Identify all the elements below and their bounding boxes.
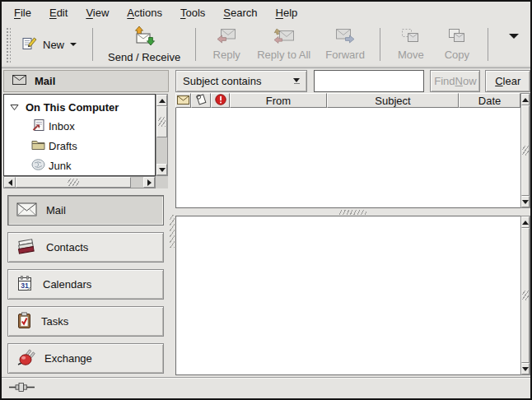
folder-tree: On This Computer Inbox xyxy=(3,94,156,176)
main-area: Mail On This Computer xyxy=(2,68,530,377)
scrollbar-thumb[interactable] xyxy=(16,177,131,188)
arrow-down-icon xyxy=(522,367,529,371)
search-input[interactable] xyxy=(314,70,424,92)
scrollbar-corner xyxy=(156,176,168,188)
switcher-mail-button[interactable]: Mail xyxy=(7,195,164,226)
toolbar-grip-handle[interactable] xyxy=(5,26,11,63)
preview-scrollbar[interactable] xyxy=(520,216,530,375)
reply-to-all-label: Reply to All xyxy=(257,49,310,61)
tree-item-inbox[interactable]: Inbox xyxy=(4,116,155,136)
folder-tree-horizontal-scrollbar[interactable] xyxy=(3,176,156,188)
scrollbar-thumb[interactable] xyxy=(521,105,530,196)
mail-view: Subject contains Find Now Clear xyxy=(175,68,530,377)
tree-item-label: Inbox xyxy=(49,120,75,133)
forward-label: Forward xyxy=(325,49,365,61)
scroll-up-button[interactable] xyxy=(521,216,530,228)
reply-button[interactable]: Reply xyxy=(203,26,250,63)
tree-root-on-this-computer[interactable]: On This Computer xyxy=(4,98,155,116)
switcher-calendars-button[interactable]: 31 Calendars xyxy=(7,269,164,300)
online-status-icon[interactable] xyxy=(9,382,35,395)
column-subject[interactable]: Subject xyxy=(327,93,459,108)
column-message-status[interactable] xyxy=(175,93,191,108)
column-priority[interactable] xyxy=(211,93,230,108)
new-button[interactable]: New xyxy=(14,30,85,59)
switcher-tasks-button[interactable]: Tasks xyxy=(7,306,164,337)
scrollbar-trough[interactable] xyxy=(156,106,167,164)
menu-bar: File Edit View Actions Tools Search Help xyxy=(2,2,530,23)
horizontal-pane-splitter[interactable] xyxy=(175,208,530,216)
contacts-icon xyxy=(16,238,37,257)
menu-file[interactable]: File xyxy=(5,3,40,22)
arrow-up-icon xyxy=(522,98,529,102)
move-label: Move xyxy=(398,49,424,61)
message-list-scrollbar[interactable] xyxy=(520,93,530,208)
arrow-right-icon xyxy=(147,179,152,186)
chevron-down-icon xyxy=(509,34,519,51)
menu-search[interactable]: Search xyxy=(214,3,266,22)
switcher-exchange-button[interactable]: Exchange xyxy=(7,343,164,374)
search-scope-dropdown[interactable]: Subject contains xyxy=(175,70,307,92)
scroll-down-button[interactable] xyxy=(156,164,167,175)
scrollbar-trough[interactable] xyxy=(521,228,530,363)
forward-button[interactable]: Forward xyxy=(318,26,372,63)
mail-outline-icon xyxy=(12,75,26,87)
copy-button[interactable]: Copy xyxy=(434,26,480,63)
scroll-up-button[interactable] xyxy=(521,94,530,105)
reply-all-icon xyxy=(273,28,295,46)
switcher-label: Calendars xyxy=(43,278,91,291)
menu-view[interactable]: View xyxy=(77,3,118,22)
scrollbar-trough[interactable] xyxy=(16,177,143,188)
thumb-grip-icon xyxy=(158,117,166,127)
message-preview-body[interactable] xyxy=(175,216,520,375)
thumb-grip-icon xyxy=(522,291,529,300)
splitter-grip-icon xyxy=(338,210,366,215)
toolbar-overflow-button[interactable] xyxy=(504,34,524,56)
scroll-down-button[interactable] xyxy=(521,196,530,207)
message-list-pane: From Subject Date xyxy=(175,93,530,208)
column-date[interactable]: Date xyxy=(459,93,520,108)
scroll-down-button[interactable] xyxy=(521,363,530,374)
send-receive-icon xyxy=(133,26,156,49)
move-button[interactable]: Move xyxy=(388,26,434,63)
menu-tools[interactable]: Tools xyxy=(171,3,214,22)
attachment-icon xyxy=(194,93,208,108)
folder-tree-vertical-scrollbar[interactable] xyxy=(156,94,168,176)
search-bar: Subject contains Find Now Clear xyxy=(175,70,530,92)
scrollbar-trough[interactable] xyxy=(521,105,530,196)
scroll-left-button[interactable] xyxy=(4,177,16,188)
menu-help[interactable]: Help xyxy=(267,3,307,22)
compose-icon xyxy=(22,36,37,53)
scrollbar-thumb[interactable] xyxy=(521,228,530,363)
tree-item-label: Junk xyxy=(49,160,71,172)
column-from[interactable]: From xyxy=(230,93,327,108)
move-icon xyxy=(401,28,420,46)
tree-item-junk[interactable]: Junk xyxy=(4,156,155,175)
new-dropdown-chevron-icon[interactable] xyxy=(70,43,77,46)
switcher-label: Exchange xyxy=(44,352,92,365)
menu-edit[interactable]: Edit xyxy=(40,3,77,22)
send-receive-button[interactable]: Send / Receive xyxy=(100,23,188,66)
exchange-icon xyxy=(16,349,35,369)
switcher-contacts-button[interactable]: Contacts xyxy=(7,232,164,263)
reply-to-all-button[interactable]: Reply to All xyxy=(250,26,318,63)
arrow-left-icon xyxy=(8,179,12,186)
clear-button[interactable]: Clear xyxy=(485,70,530,92)
sidebar-header-label: Mail xyxy=(35,75,55,87)
scroll-right-button[interactable] xyxy=(143,177,155,188)
switcher-label: Tasks xyxy=(41,315,68,328)
find-now-button[interactable]: Find Now xyxy=(430,70,480,92)
vertical-pane-splitter[interactable] xyxy=(169,68,175,377)
scroll-up-button[interactable] xyxy=(156,95,167,106)
menu-actions[interactable]: Actions xyxy=(118,3,171,22)
expander-open-icon[interactable] xyxy=(10,101,19,114)
arrow-down-icon xyxy=(159,168,166,172)
column-attachment[interactable] xyxy=(191,93,211,108)
tree-item-drafts[interactable]: Drafts xyxy=(4,136,155,156)
message-list-body[interactable] xyxy=(175,108,520,208)
folder-icon xyxy=(31,139,45,152)
preview-pane xyxy=(175,216,530,375)
inbox-icon xyxy=(31,119,45,134)
reply-label: Reply xyxy=(213,49,240,61)
splitter-grip-icon xyxy=(170,215,175,248)
scrollbar-thumb[interactable] xyxy=(156,106,167,137)
